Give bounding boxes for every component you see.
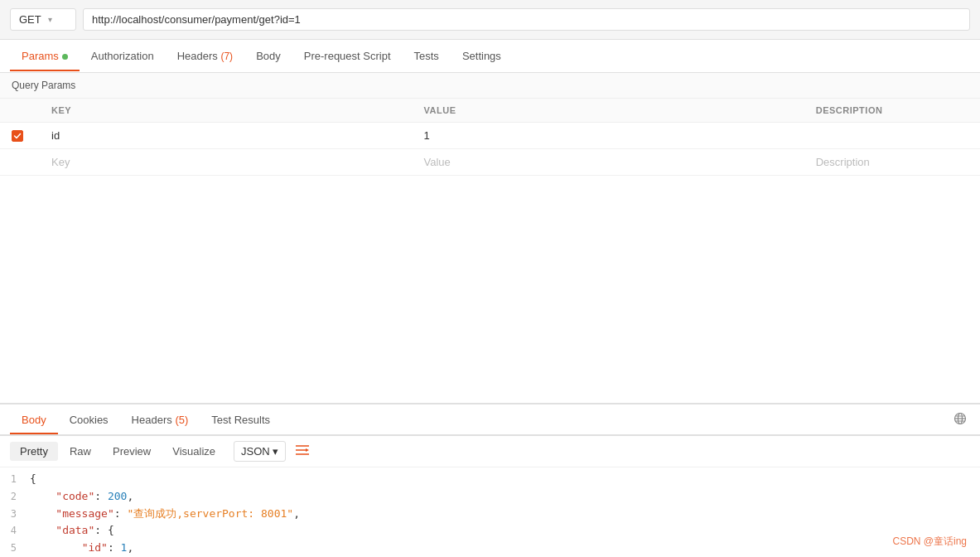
- response-tab-body[interactable]: Body: [10, 407, 58, 433]
- tab-authorization[interactable]: Authorization: [80, 41, 166, 70]
- params-active-dot: [62, 54, 68, 60]
- method-select[interactable]: GET ▾: [10, 8, 76, 31]
- line-number: 3: [0, 506, 30, 522]
- code-content: {: [30, 471, 980, 488]
- response-tabs-bar: Body Cookies Headers (5) Test Results: [0, 404, 980, 436]
- line-number: 4: [0, 523, 30, 539]
- chevron-down-icon: ▾: [48, 15, 52, 24]
- row-key[interactable]: id: [40, 123, 413, 149]
- url-bar: GET ▾: [0, 0, 980, 40]
- response-tab-test-results[interactable]: Test Results: [200, 407, 282, 433]
- row-description[interactable]: [804, 123, 980, 149]
- response-tab-headers[interactable]: Headers (5): [120, 407, 200, 433]
- col-value: VALUE: [413, 99, 804, 123]
- code-content: "id": 1,: [30, 540, 980, 557]
- tab-headers[interactable]: Headers (7): [166, 41, 244, 70]
- placeholder-description[interactable]: Description: [804, 149, 980, 176]
- tab-tests[interactable]: Tests: [403, 41, 451, 70]
- code-content: "data": {: [30, 522, 980, 540]
- format-bar: Pretty Raw Preview Visualize JSON ▾: [0, 436, 980, 467]
- format-dropdown-chevron: ▾: [273, 445, 278, 458]
- code-line: 2 "code": 200,: [0, 488, 980, 506]
- col-checkbox: [0, 99, 40, 123]
- code-content: "code": 200,: [30, 488, 980, 506]
- code-line: 1{: [0, 471, 980, 488]
- code-line: 5 "id": 1,: [0, 540, 980, 557]
- format-btn-raw[interactable]: Raw: [60, 442, 101, 461]
- tab-params[interactable]: Params: [10, 41, 80, 70]
- placeholder-value[interactable]: Value: [413, 149, 804, 176]
- headers-badge: (7): [220, 51, 233, 62]
- table-placeholder-row: Key Value Description: [0, 149, 980, 176]
- globe-icon[interactable]: [950, 409, 970, 431]
- code-line: 4 "data": {: [0, 522, 980, 540]
- response-headers-badge: (5): [175, 414, 188, 426]
- upper-section: Params Authorization Headers (7) Body Pr…: [0, 40, 980, 404]
- tab-body[interactable]: Body: [244, 41, 292, 70]
- line-number: 5: [0, 540, 30, 556]
- format-btn-preview[interactable]: Preview: [103, 442, 161, 461]
- request-tabs-bar: Params Authorization Headers (7) Body Pr…: [0, 40, 980, 73]
- url-input[interactable]: [83, 8, 970, 31]
- table-row: id 1: [0, 123, 980, 149]
- watermark: CSDN @童话ing: [892, 535, 967, 549]
- code-line: 3 "message": "查询成功,serverPort: 8001",: [0, 506, 980, 523]
- row-checkbox[interactable]: [12, 130, 23, 142]
- placeholder-key[interactable]: Key: [40, 149, 413, 176]
- col-description: DESCRIPTION: [804, 99, 980, 123]
- code-area[interactable]: 1{2 "code": 200,3 "message": "查询成功,serve…: [0, 467, 980, 557]
- lower-section: Body Cookies Headers (5) Test Results Pr…: [0, 404, 980, 557]
- tab-settings[interactable]: Settings: [451, 41, 513, 70]
- response-tab-cookies[interactable]: Cookies: [58, 407, 120, 433]
- row-checkbox-cell[interactable]: [0, 123, 40, 149]
- line-number: 1: [0, 472, 30, 487]
- wrap-lines-icon[interactable]: [294, 443, 311, 461]
- tab-pre-request[interactable]: Pre-request Script: [292, 41, 403, 70]
- format-btn-visualize[interactable]: Visualize: [162, 442, 225, 461]
- method-label: GET: [19, 13, 41, 26]
- code-content: "message": "查询成功,serverPort: 8001",: [30, 506, 980, 523]
- format-type-label: JSON: [241, 445, 270, 458]
- format-type-dropdown[interactable]: JSON ▾: [234, 441, 286, 462]
- col-key: KEY: [40, 99, 413, 123]
- format-btn-pretty[interactable]: Pretty: [10, 442, 58, 461]
- placeholder-checkbox-cell: [0, 149, 40, 176]
- line-number: 2: [0, 489, 30, 505]
- params-table: KEY VALUE DESCRIPTION: [0, 99, 980, 176]
- query-params-label: Query Params: [0, 73, 980, 99]
- row-value[interactable]: 1: [413, 123, 804, 149]
